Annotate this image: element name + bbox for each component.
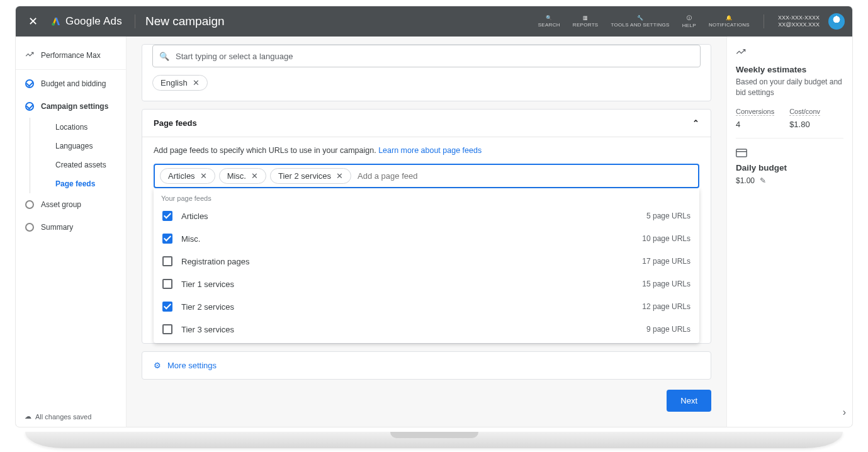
cloud-icon: ☁ (25, 412, 31, 421)
metric-cost-per-conv: Cost/conv $1.80 (789, 107, 820, 129)
learn-more-link[interactable]: Learn more about page feeds (378, 146, 482, 155)
search-icon: 🔍 (159, 52, 169, 61)
page-feed-dropdown: Your page feeds Articles5 page URLs Misc… (154, 188, 699, 343)
daily-budget-title: Daily budget (736, 163, 843, 172)
card-icon (736, 149, 843, 159)
notifications-nav[interactable]: 🔔NOTIFICATIONS (705, 15, 753, 28)
languages-card: 🔍 Start typing or select a language Engl… (142, 44, 711, 101)
bar-chart-icon: ▥ (583, 15, 588, 21)
chip-articles[interactable]: Articles✕ (160, 168, 215, 184)
language-search-placeholder: Start typing or select a language (176, 52, 293, 61)
divider (764, 14, 764, 28)
help-icon: ⓘ (687, 14, 692, 21)
wrench-icon: 🔧 (637, 15, 643, 21)
gear-icon: ⚙ (154, 361, 161, 370)
svg-marker-1 (55, 18, 60, 25)
checkbox-icon[interactable] (162, 279, 172, 289)
sidebar-sub-languages[interactable]: Languages (30, 137, 126, 155)
close-icon[interactable]: ✕ (200, 171, 207, 181)
close-icon[interactable]: ✕ (251, 171, 258, 181)
dropdown-section-label: Your page feeds (154, 188, 699, 205)
estimates-panel: Weekly estimates Based on your daily bud… (726, 37, 852, 427)
circle-icon (25, 200, 35, 210)
language-chip[interactable]: English ✕ (152, 75, 208, 91)
svg-point-2 (52, 23, 55, 26)
section-title: Page feeds (154, 118, 197, 128)
feed-option[interactable]: Articles5 page URLs (154, 205, 699, 227)
divider (135, 14, 135, 28)
checkbox-icon[interactable] (162, 302, 172, 312)
pencil-icon[interactable]: ✎ (760, 176, 766, 185)
bell-icon: 🔔 (726, 15, 732, 21)
laptop-base (25, 432, 843, 448)
metric-conversions: Conversions 4 (736, 107, 774, 129)
google-ads-logo: Google Ads (48, 15, 125, 28)
sidebar-item-label: Campaign settings (41, 102, 108, 111)
svg-rect-3 (736, 149, 747, 157)
feed-option[interactable]: Tier 2 services12 page URLs (154, 295, 699, 318)
sidebar-sub-locations[interactable]: Locations (30, 118, 126, 137)
chevron-up-icon[interactable]: ⌃ (692, 118, 699, 128)
check-circle-icon (25, 79, 35, 89)
sidebar-item-label: Summary (41, 223, 73, 232)
brand-text: Google Ads (65, 15, 122, 28)
search-nav[interactable]: 🔍SEARCH (534, 15, 564, 28)
sidebar-item-campaign-settings[interactable]: Campaign settings (16, 95, 126, 118)
chip-tier2[interactable]: Tier 2 services✕ (270, 168, 351, 184)
checkbox-icon[interactable] (162, 256, 172, 266)
feed-option[interactable]: Misc.10 page URLs (154, 227, 699, 250)
sidebar-item-label: Budget and bidding (41, 79, 106, 88)
sidebar-item-label: Asset group (41, 200, 81, 209)
checkbox-icon[interactable] (162, 234, 172, 244)
close-icon[interactable]: ✕ (336, 171, 343, 181)
autosave-status: ☁ All changes saved (16, 406, 126, 427)
chevron-right-icon[interactable]: › (843, 407, 846, 418)
check-circle-icon (25, 101, 35, 111)
sidebar-item-asset-group[interactable]: Asset group (16, 193, 126, 216)
trend-icon (736, 48, 843, 60)
top-bar: ✕ Google Ads New campaign 🔍SEARCH ▥REPOR… (16, 6, 852, 37)
account-info: XXX-XXX-XXXX XX@XXXX.XXX (774, 14, 823, 28)
close-icon[interactable]: ✕ (23, 12, 43, 31)
page-feed-input[interactable] (355, 169, 693, 183)
checkbox-icon[interactable] (162, 324, 172, 334)
language-search[interactable]: 🔍 Start typing or select a language (152, 45, 701, 67)
sidebar-sub-created-assets[interactable]: Created assets (30, 155, 126, 174)
estimates-sub: Based on your daily budget and bid setti… (736, 77, 843, 98)
sidebar-item-budget[interactable]: Budget and bidding (16, 72, 126, 95)
chip-misc[interactable]: Misc.✕ (219, 168, 266, 184)
page-feeds-description: Add page feeds to specify which URLs to … (142, 137, 711, 155)
help-nav[interactable]: ⓘHELP (679, 14, 700, 28)
close-icon[interactable]: ✕ (193, 78, 200, 88)
sidebar-item-summary[interactable]: Summary (16, 216, 126, 239)
more-settings-row[interactable]: ⚙ More settings (142, 351, 711, 380)
circle-icon (25, 222, 35, 232)
sidebar-sub-page-feeds[interactable]: Page feeds (30, 174, 126, 193)
search-icon: 🔍 (546, 15, 552, 21)
feed-option[interactable]: Registration pages17 page URLs (154, 250, 699, 273)
reports-nav[interactable]: ▥REPORTS (569, 15, 602, 28)
page-feed-chipbox[interactable]: Articles✕ Misc.✕ Tier 2 services✕ (154, 164, 699, 188)
main-content: 🔍 Start typing or select a language Engl… (127, 37, 726, 427)
trend-icon (25, 50, 35, 60)
sidebar: Performance Max Budget and bidding Campa… (16, 37, 127, 427)
page-feeds-card: Page feeds ⌃ Add page feeds to specify w… (142, 109, 711, 344)
estimates-title: Weekly estimates (736, 65, 843, 74)
feed-option[interactable]: Tier 3 services9 page URLs (154, 318, 699, 341)
feed-option[interactable]: Tier 1 services15 page URLs (154, 273, 699, 295)
next-button[interactable]: Next (667, 390, 711, 412)
checkbox-icon[interactable] (162, 211, 172, 221)
tools-nav[interactable]: 🔧TOOLS AND SETTINGS (607, 15, 673, 28)
daily-budget-value: $1.00 (736, 176, 755, 185)
sidebar-item-performance-max[interactable]: Performance Max (16, 44, 126, 67)
sidebar-item-label: Performance Max (41, 51, 101, 60)
page-feeds-header[interactable]: Page feeds ⌃ (142, 110, 711, 137)
avatar[interactable] (828, 13, 845, 30)
page-title: New campaign (145, 14, 225, 28)
chip-label: English (161, 78, 188, 88)
more-settings-label: More settings (167, 361, 217, 370)
